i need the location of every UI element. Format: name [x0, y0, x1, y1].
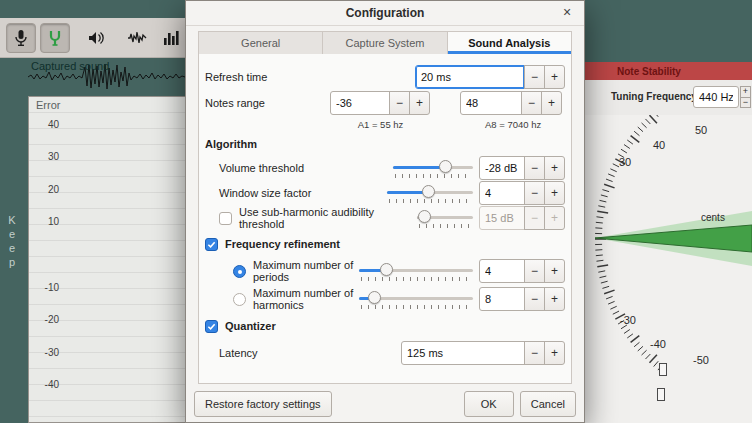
- refresh-time-row: Refresh time − +: [205, 63, 565, 91]
- slider-thumb[interactable]: [418, 210, 431, 223]
- gauge-scale-label: -40: [646, 338, 670, 350]
- subharmonic-minus-button[interactable]: −: [524, 206, 545, 230]
- volume-threshold-minus-button[interactable]: −: [524, 156, 545, 180]
- waveform-view-button[interactable]: [122, 23, 152, 53]
- window-size-factor-slider[interactable]: [387, 184, 473, 202]
- volume-threshold-spinbox: − +: [479, 156, 565, 180]
- notes-range-min-minus-button[interactable]: −: [389, 91, 410, 115]
- max-harmonics-plus-button[interactable]: +: [544, 287, 565, 311]
- gauge-scale-label: 30: [613, 156, 637, 168]
- check-icon: [207, 240, 216, 249]
- notes-range-min-input[interactable]: [330, 91, 390, 115]
- microphone-button[interactable]: [6, 23, 36, 53]
- tab-sound-analysis[interactable]: Sound Analysis: [448, 32, 571, 54]
- close-icon[interactable]: ×: [559, 4, 575, 20]
- max-periods-input[interactable]: [479, 259, 525, 283]
- cents-unit-label: cents: [701, 212, 725, 223]
- subharmonic-row: Use sub-harmonic audibility threshold − …: [205, 205, 565, 231]
- volume-threshold-input[interactable]: [479, 156, 525, 180]
- tuning-fork-icon: [45, 28, 65, 48]
- max-harmonics-minus-button[interactable]: −: [524, 287, 545, 311]
- max-harmonics-spinbox: − +: [479, 287, 565, 311]
- max-periods-slider[interactable]: [359, 262, 473, 280]
- latency-plus-button[interactable]: +: [544, 341, 565, 365]
- max-harmonics-input[interactable]: [479, 287, 525, 311]
- slider-thumb[interactable]: [368, 291, 381, 304]
- max-periods-spinbox: − +: [479, 259, 565, 283]
- check-icon: [207, 322, 216, 331]
- ok-button[interactable]: OK: [464, 391, 514, 417]
- window-size-factor-plus-button[interactable]: +: [544, 181, 565, 205]
- dialog-actions: Restore factory settings OK Cancel: [194, 391, 576, 416]
- max-periods-radio[interactable]: [233, 265, 246, 278]
- frequency-refinement-label: Frequency refinement: [225, 238, 340, 250]
- tuner-dial: 50 40 30 -30 -40 -50 cents: [585, 115, 752, 423]
- window-size-factor-row: Window size factor − +: [205, 180, 565, 205]
- refresh-time-plus-button[interactable]: +: [544, 65, 565, 89]
- window-size-factor-label: Window size factor: [219, 187, 387, 199]
- error-axis-label: -40: [33, 379, 59, 390]
- volume-threshold-label: Volume threshold: [219, 162, 393, 174]
- subharmonic-slider[interactable]: [417, 209, 473, 227]
- volume-threshold-row: Volume threshold − +: [205, 155, 565, 180]
- max-periods-plus-button[interactable]: +: [544, 259, 565, 283]
- refresh-time-label: Refresh time: [205, 71, 415, 83]
- notes-range-max-hint: A8 = 7040 hz: [461, 119, 565, 130]
- notes-range-max-plus-button[interactable]: +: [541, 91, 562, 115]
- tuning-frequency-row: Tuning Frequency + −: [585, 80, 752, 116]
- tuning-frequency-label: Tuning Frequency: [611, 91, 697, 102]
- gauge-scale-label: 40: [647, 139, 671, 151]
- max-periods-label: Maximum number of periods: [253, 259, 359, 283]
- notes-range-max-input[interactable]: [460, 91, 522, 115]
- window-size-factor-minus-button[interactable]: −: [524, 181, 545, 205]
- cancel-button[interactable]: Cancel: [520, 391, 576, 417]
- latency-input[interactable]: [401, 341, 525, 365]
- slider-ticks: [361, 277, 471, 281]
- max-harmonics-row: Maximum number of harmonics − +: [205, 285, 565, 313]
- restore-factory-settings-button[interactable]: Restore factory settings: [194, 391, 332, 417]
- refresh-time-input[interactable]: [415, 65, 525, 89]
- subharmonic-plus-button[interactable]: +: [544, 206, 565, 230]
- tuning-frequency-down-button[interactable]: −: [740, 97, 751, 109]
- latency-minus-button[interactable]: −: [524, 341, 545, 365]
- refresh-time-spinbox: − +: [415, 65, 565, 89]
- slider-thumb[interactable]: [439, 160, 452, 173]
- tab-capture-system[interactable]: Capture System: [323, 32, 447, 54]
- slider-thumb[interactable]: [380, 263, 393, 276]
- tuning-frequency-input[interactable]: [693, 86, 739, 108]
- configuration-dialog: Configuration × General Capture System S…: [185, 0, 585, 423]
- tab-general[interactable]: General: [199, 32, 323, 54]
- error-axis-label: -30: [33, 347, 59, 358]
- slider-ticks: [419, 224, 471, 228]
- keep-axis-label: Keep: [6, 214, 18, 270]
- dialog-title: Configuration: [346, 6, 425, 20]
- dialog-tabs: General Capture System Sound Analysis: [198, 31, 572, 55]
- error-axis-label: 40: [33, 119, 59, 130]
- subharmonic-input[interactable]: [479, 206, 525, 230]
- spectrum-view-button[interactable]: [156, 23, 186, 53]
- algorithm-header: Algorithm: [205, 138, 257, 150]
- tuner-dial-graphic: [585, 115, 752, 423]
- error-plot-title: Error: [36, 99, 60, 111]
- speaker-button[interactable]: [81, 23, 111, 53]
- waveform-icon: [127, 28, 147, 48]
- window-size-factor-input[interactable]: [479, 181, 525, 205]
- max-harmonics-radio[interactable]: [233, 293, 246, 306]
- refresh-time-minus-button[interactable]: −: [524, 65, 545, 89]
- max-harmonics-slider[interactable]: [359, 290, 473, 308]
- speaker-icon: [86, 28, 106, 48]
- volume-threshold-slider[interactable]: [393, 159, 473, 177]
- quantizer-checkbox[interactable]: [205, 320, 218, 333]
- max-periods-minus-button[interactable]: −: [524, 259, 545, 283]
- gauge-scale-label: -50: [689, 354, 713, 366]
- notes-range-max-minus-button[interactable]: −: [521, 91, 542, 115]
- frequency-refinement-checkbox[interactable]: [205, 238, 218, 251]
- tuning-fork-button[interactable]: [40, 23, 70, 53]
- error-axis-label: -20: [33, 314, 59, 325]
- notes-range-hints-row: A1 = 55 hz A8 = 7040 hz: [205, 115, 565, 133]
- quantizer-row: Quantizer: [205, 313, 565, 339]
- subharmonic-checkbox[interactable]: [219, 212, 232, 225]
- notes-range-min-plus-button[interactable]: +: [409, 91, 430, 115]
- volume-threshold-plus-button[interactable]: +: [544, 156, 565, 180]
- slider-thumb[interactable]: [422, 185, 435, 198]
